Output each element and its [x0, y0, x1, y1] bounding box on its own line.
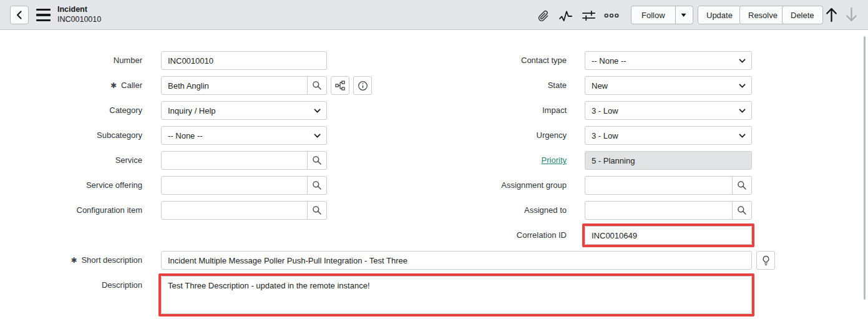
category-select[interactable]: Inquiry / Help	[161, 101, 327, 120]
chevron-down-icon	[738, 132, 746, 140]
service-offering-search-button[interactable]	[307, 176, 327, 195]
sliders-icon	[582, 9, 596, 22]
chevron-down-icon	[738, 57, 746, 65]
hamburger-icon	[36, 9, 51, 11]
priority-readonly-field: 5 - Planning	[585, 151, 752, 170]
assignment-group-input[interactable]	[585, 176, 733, 195]
ellipsis-icon	[604, 12, 619, 19]
org-chart-icon	[335, 81, 345, 91]
next-record-button[interactable]	[844, 7, 859, 22]
state-label: State	[437, 76, 567, 95]
correlation-id-label: Correlation ID	[437, 226, 567, 245]
assignment-group-search-button[interactable]	[732, 176, 752, 195]
subcategory-select[interactable]: -- None --	[161, 126, 327, 145]
select-value: 3 - Low	[592, 106, 618, 115]
assignment-group-label: Assignment group	[437, 176, 567, 195]
chevron-down-icon	[313, 132, 321, 140]
arrow-up-icon	[824, 7, 839, 22]
priority-label: Priority	[437, 151, 567, 170]
correlation-id-input[interactable]	[585, 226, 752, 245]
description-textarea[interactable]: Test Three Description - updated in the …	[161, 276, 752, 314]
service-input[interactable]	[161, 151, 308, 170]
search-icon	[312, 81, 322, 91]
select-value: -- None --	[168, 131, 203, 140]
number-input[interactable]	[161, 51, 327, 70]
impact-label: Impact	[437, 101, 567, 120]
service-offering-input[interactable]	[161, 176, 308, 195]
select-value: Inquiry / Help	[168, 106, 216, 115]
configuration-item-input[interactable]	[161, 201, 308, 220]
search-icon	[312, 180, 322, 190]
contact-type-select[interactable]: -- None --	[585, 51, 752, 70]
description-highlight: Test Three Description - updated in the …	[158, 273, 754, 317]
assigned-to-label: Assigned to	[437, 201, 567, 220]
follow-split-button: Follow	[631, 6, 693, 24]
arrow-down-icon	[844, 7, 859, 22]
search-icon	[737, 180, 747, 190]
record-number: INC0010010	[57, 15, 101, 25]
caller-hierarchy-button[interactable]	[331, 76, 349, 95]
search-icon	[737, 205, 747, 215]
chevron-down-icon	[313, 107, 321, 115]
configuration-item-search-button[interactable]	[307, 201, 327, 220]
info-icon	[358, 81, 368, 91]
chevron-left-icon	[15, 10, 24, 20]
follow-dropdown-button[interactable]	[675, 6, 692, 24]
correlation-id-highlight	[582, 223, 754, 247]
short-description-input[interactable]	[161, 251, 752, 270]
configuration-item-label: Configuration item	[0, 201, 142, 220]
mandatory-icon: ✱	[71, 256, 77, 265]
caller-label: ✱Caller	[0, 76, 142, 95]
service-search-button[interactable]	[307, 151, 327, 170]
follow-button[interactable]: Follow	[631, 6, 675, 24]
short-description-label: ✱Short description	[0, 251, 142, 270]
caller-preview-button[interactable]	[353, 76, 372, 95]
pulse-icon	[558, 9, 573, 22]
update-button[interactable]: Update	[698, 6, 741, 24]
description-label: Description	[0, 276, 142, 295]
delete-button[interactable]: Delete	[782, 6, 823, 24]
urgency-label: Urgency	[437, 126, 567, 145]
number-label: Number	[0, 51, 142, 70]
caret-down-icon	[680, 12, 687, 17]
record-title: Incident INC0010010	[57, 5, 101, 24]
select-value: 3 - Low	[592, 131, 618, 140]
mandatory-icon: ✱	[110, 81, 117, 90]
suggestion-button[interactable]	[756, 251, 775, 270]
previous-record-button[interactable]	[824, 7, 839, 22]
assigned-to-input[interactable]	[585, 201, 733, 220]
back-button[interactable]	[10, 6, 29, 24]
contact-type-label: Contact type	[437, 51, 567, 70]
vertical-scrollbar-thumb[interactable]	[864, 36, 866, 300]
subcategory-label: Subcategory	[0, 126, 142, 145]
select-value: New	[592, 81, 608, 91]
form-header-bar: Incident INC0010010 Follow Update Resolv…	[0, 0, 868, 30]
lightbulb-icon	[761, 255, 771, 266]
select-value: -- None --	[592, 56, 627, 66]
search-icon	[312, 205, 322, 215]
incident-form: Number ✱Caller Category Inquiry / Help S…	[0, 31, 868, 319]
chevron-down-icon	[738, 107, 746, 115]
service-offering-label: Service offering	[0, 176, 142, 195]
resolve-button[interactable]: Resolve	[739, 6, 786, 24]
assigned-to-search-button[interactable]	[732, 201, 752, 220]
state-select[interactable]: New	[585, 76, 752, 95]
paperclip-icon	[537, 9, 550, 22]
personalize-form-button[interactable]	[581, 8, 596, 23]
search-icon	[312, 155, 322, 165]
caller-search-button[interactable]	[307, 76, 327, 95]
more-options-button[interactable]	[604, 8, 619, 23]
impact-select[interactable]: 3 - Low	[585, 101, 752, 120]
context-menu-button[interactable]	[36, 9, 51, 21]
service-label: Service	[0, 151, 142, 170]
category-label: Category	[0, 101, 142, 120]
page-title: Incident	[57, 5, 101, 15]
urgency-select[interactable]: 3 - Low	[585, 126, 752, 145]
activity-stream-button[interactable]	[558, 8, 573, 23]
priority-link[interactable]: Priority	[542, 155, 567, 165]
caller-input[interactable]	[161, 76, 308, 95]
attachments-button[interactable]	[535, 8, 550, 23]
chevron-down-icon	[738, 82, 746, 90]
